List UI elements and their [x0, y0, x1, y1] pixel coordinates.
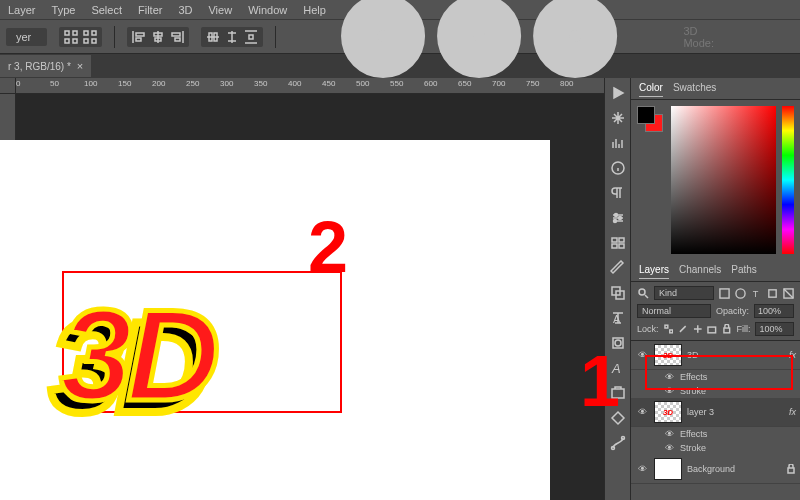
tab-color[interactable]: Color	[639, 82, 663, 97]
lock-paint-icon[interactable]	[678, 324, 688, 334]
svg-rect-22	[619, 238, 624, 242]
color-panel-tabs: Color Swatches	[631, 78, 800, 100]
canvas-area[interactable]: 0501001502002503003504004505005506006507…	[0, 78, 604, 500]
options-bar: yer 3D Mode:	[0, 20, 800, 54]
color-panel	[631, 100, 800, 260]
lock-nest-icon[interactable]	[707, 324, 717, 334]
layers-panel-tabs: Layers Channels Paths	[631, 260, 800, 282]
svg-rect-44	[788, 468, 794, 473]
lock-all-icon[interactable]	[722, 324, 732, 334]
lock-label: Lock:	[637, 324, 659, 334]
histogram-icon[interactable]	[607, 132, 629, 154]
close-icon[interactable]: ×	[77, 60, 83, 72]
svg-rect-7	[92, 39, 96, 43]
svg-rect-2	[65, 39, 69, 43]
svg-rect-21	[612, 238, 617, 242]
opacity-value[interactable]: 100%	[754, 304, 794, 318]
3d-mode-label: 3D Mode:	[683, 25, 714, 49]
svg-rect-42	[708, 327, 716, 333]
document-tab[interactable]: r 3, RGB/16) * ×	[0, 55, 91, 77]
kind-dropdown[interactable]: Kind	[654, 286, 714, 300]
info-icon[interactable]	[607, 157, 629, 179]
clone-tool[interactable]	[607, 282, 629, 304]
paragraph-icon[interactable]	[607, 182, 629, 204]
path-icon[interactable]	[607, 432, 629, 454]
search-icon[interactable]	[637, 287, 649, 299]
svg-rect-5	[92, 31, 96, 35]
filter-shape-icon[interactable]	[767, 288, 778, 299]
svg-rect-6	[84, 39, 88, 43]
burst-icon[interactable]	[607, 107, 629, 129]
filter-smart-icon[interactable]	[783, 288, 794, 299]
tab-swatches[interactable]: Swatches	[673, 82, 716, 97]
artwork-front: 3D	[60, 280, 214, 430]
effect-row[interactable]: 👁Stroke	[631, 441, 800, 455]
menu-layer[interactable]: Layer	[8, 4, 36, 16]
tab-channels[interactable]: Channels	[679, 264, 721, 279]
layer-dropdown-label: yer	[16, 31, 31, 43]
align-center-icon	[150, 29, 166, 45]
fill-label: Fill:	[736, 324, 750, 334]
document-tab-title: r 3, RGB/16) *	[8, 61, 71, 72]
svg-rect-40	[664, 325, 667, 328]
menu-filter[interactable]: Filter	[138, 4, 162, 16]
svg-rect-43	[724, 328, 730, 333]
svg-point-20	[613, 220, 616, 223]
grid-icon	[82, 29, 98, 45]
sliders-icon[interactable]	[607, 207, 629, 229]
fx-badge[interactable]: fx	[789, 407, 796, 417]
svg-text:A: A	[613, 313, 621, 325]
workspace: 0501001502002503003504004505005506006507…	[0, 78, 800, 500]
svg-rect-4	[84, 31, 88, 35]
opacity-label: Opacity:	[716, 306, 749, 316]
play-tool[interactable]	[607, 82, 629, 104]
svg-point-18	[614, 214, 617, 217]
distribute-icon	[243, 29, 259, 45]
menu-select[interactable]: Select	[91, 4, 122, 16]
hue-slider[interactable]	[782, 106, 794, 254]
svg-point-19	[618, 217, 621, 220]
svg-point-36	[736, 288, 745, 297]
blend-mode-dropdown[interactable]: Normal	[637, 304, 711, 318]
distribute-icons[interactable]	[201, 27, 263, 47]
filter-type-icon[interactable]: T	[751, 288, 762, 299]
color-picker[interactable]	[671, 106, 776, 254]
effect-row[interactable]: 👁Effects	[631, 427, 800, 441]
svg-point-9	[455, 12, 503, 60]
layer-dropdown[interactable]: yer	[6, 28, 47, 46]
swatches-icon[interactable]	[607, 232, 629, 254]
svg-point-10	[551, 12, 599, 60]
align-left-icon	[131, 29, 147, 45]
visibility-icon[interactable]: 👁	[635, 407, 649, 417]
lock-pos-icon[interactable]	[693, 324, 703, 334]
tool-strip: A A	[604, 78, 630, 500]
menu-type[interactable]: Type	[52, 4, 76, 16]
fill-value[interactable]: 100%	[755, 322, 794, 336]
foreground-color[interactable]	[637, 106, 655, 124]
layer-thumbnail[interactable]: 3D	[654, 401, 682, 423]
grid-icons[interactable]	[59, 27, 102, 47]
svg-point-34	[639, 289, 645, 295]
layer-name[interactable]: layer 3	[687, 407, 714, 417]
foreground-background-swatch[interactable]	[637, 106, 665, 134]
svg-text:T: T	[753, 289, 759, 299]
tab-layers[interactable]: Layers	[639, 264, 669, 279]
tab-paths[interactable]: Paths	[731, 264, 757, 279]
type-tool[interactable]: A	[607, 307, 629, 329]
lock-trans-icon[interactable]	[664, 324, 674, 334]
align-icons[interactable]	[127, 27, 189, 47]
layer-row[interactable]: 👁 Background	[631, 455, 800, 484]
layers-panel: Kind T Normal Opacity: 100% Lock:	[631, 282, 800, 500]
menu-3d[interactable]: 3D	[178, 4, 192, 16]
brush-tool[interactable]	[607, 257, 629, 279]
filter-image-icon[interactable]	[719, 288, 730, 299]
filter-adj-icon[interactable]	[735, 288, 746, 299]
annotation-box-1	[645, 355, 793, 390]
layer-row[interactable]: 👁 3D layer 3 fx	[631, 398, 800, 427]
layer-thumbnail[interactable]	[654, 458, 682, 480]
menu-window[interactable]: Window	[248, 4, 287, 16]
layer-name[interactable]: Background	[687, 464, 735, 474]
visibility-icon[interactable]: 👁	[635, 464, 649, 474]
menu-view[interactable]: View	[208, 4, 232, 16]
svg-rect-23	[612, 244, 617, 248]
